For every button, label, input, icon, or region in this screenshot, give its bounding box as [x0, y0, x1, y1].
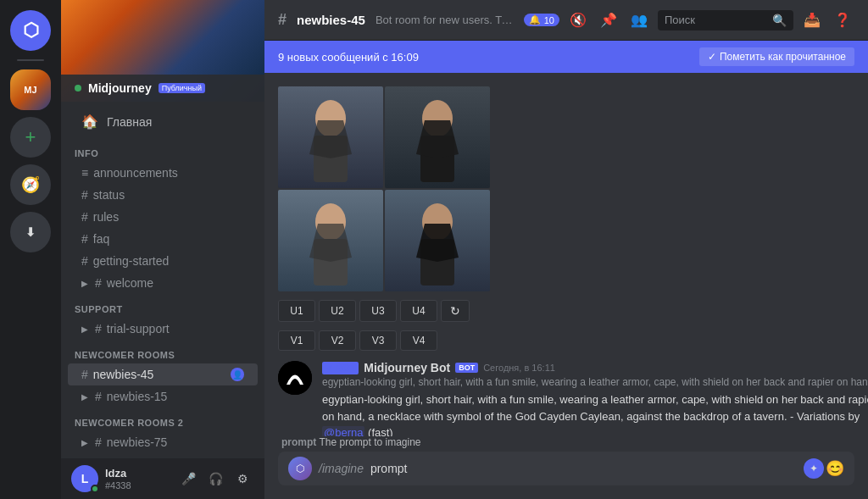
channel-header: # newbies-45 Bot room for new users. Typ…: [264, 0, 868, 41]
image-cell-2: [385, 86, 490, 188]
user-status-dot: [91, 485, 99, 493]
u3-button[interactable]: U3: [359, 300, 397, 322]
image-cell-1: [278, 86, 383, 188]
input-command: /imagine: [319, 462, 364, 475]
server-header[interactable]: Midjourney Публичный: [61, 0, 264, 102]
search-icon: 🔍: [772, 14, 787, 27]
download-icon[interactable]: ⬇: [10, 212, 51, 252]
mention-berna[interactable]: @berna: [322, 426, 364, 436]
channel-status[interactable]: # status: [68, 184, 258, 206]
channel-name: newbies-75: [107, 435, 168, 449]
settings-icon[interactable]: ⚙: [231, 467, 254, 491]
hash-icon: #: [95, 390, 102, 403]
message-header: ✓ BOT Midjourney Bot BOT Сегодня, в 16:1…: [322, 361, 868, 374]
hash-icon: #: [95, 435, 102, 449]
deafen-icon[interactable]: 🎧: [203, 467, 227, 491]
badge-count: 10: [544, 15, 554, 25]
channel-newbies-45[interactable]: # newbies-45 👤: [68, 363, 258, 385]
channel-newbies-15[interactable]: ▶ # newbies-15: [68, 385, 258, 408]
notif-text: 9 новых сообщений с 16:09: [278, 51, 419, 64]
section-newcomer-rooms-2: NEWCOMER ROOMS 2: [61, 408, 264, 431]
verified-badge: ✓ BOT: [322, 362, 359, 374]
server-badge: Публичный: [159, 83, 205, 93]
home-item[interactable]: 🏠 Главная: [68, 108, 258, 135]
v1-button[interactable]: V1: [278, 330, 315, 351]
username: ldza: [105, 467, 170, 480]
hash-icon: #: [81, 188, 88, 202]
message-input[interactable]: [370, 452, 797, 485]
channel-name: announcements: [93, 166, 178, 180]
channel-name: welcome: [107, 276, 153, 290]
mute-mic-icon[interactable]: 🎤: [176, 467, 200, 491]
v3-button[interactable]: V3: [359, 330, 397, 351]
message-author: Midjourney Bot: [364, 361, 450, 374]
footer-icons: 🎤 🎧 ⚙: [176, 467, 254, 491]
channel-faq[interactable]: # faq: [68, 228, 258, 250]
input-user-avatar: ⬡: [288, 457, 312, 480]
search-input[interactable]: [665, 14, 767, 26]
home-label: Главная: [107, 115, 152, 129]
section-info: INFO: [61, 138, 264, 162]
members-icon[interactable]: 👥: [627, 8, 651, 31]
bot-avatar: [278, 361, 312, 395]
channel-name: trial-support: [107, 322, 170, 335]
hash-icon: #: [81, 232, 88, 246]
help-icon[interactable]: ❓: [831, 8, 854, 31]
bot-badge: BOT: [455, 363, 478, 373]
hash-icon: #: [81, 254, 88, 268]
expand-icon: ▶: [81, 392, 88, 402]
expand-icon: ▶: [81, 279, 88, 288]
image-cell-3: [278, 190, 383, 291]
channel-trial-support[interactable]: ▶ # trial-support: [68, 318, 258, 340]
expand-icon: ▶: [81, 324, 88, 334]
home-icon: 🏠: [81, 114, 98, 130]
u2-button[interactable]: U2: [319, 300, 356, 322]
channel-newbies-75[interactable]: ▶ # newbies-75: [68, 431, 258, 453]
nitro-icon[interactable]: ✦: [804, 458, 824, 479]
channel-announcements[interactable]: ≡ announcements: [68, 162, 258, 184]
prompt-value: The prompt to imagine: [319, 436, 420, 448]
emoji-icon[interactable]: 😊: [826, 459, 844, 478]
input-box: ⬡ /imagine ✦ 😊: [278, 452, 854, 485]
hash-icon: ≡: [81, 166, 88, 180]
sidebar: Midjourney Публичный 🏠 Главная INFO ≡ an…: [61, 0, 264, 499]
mark-read-button[interactable]: ✓ Пометить как прочитанное: [699, 47, 854, 66]
section-support: SUPPORT: [61, 294, 264, 318]
mute-icon[interactable]: 🔇: [566, 8, 590, 31]
input-right-icons: ✦ 😊: [804, 458, 844, 479]
refresh-button[interactable]: ↻: [441, 300, 470, 322]
channel-name: newbies-45: [93, 368, 154, 381]
hash-icon: #: [81, 368, 88, 381]
inbox-icon[interactable]: 📥: [800, 8, 824, 31]
message-full-1: ✓ BOT Midjourney Bot BOT Сегодня, в 16:1…: [278, 361, 854, 436]
u1-button[interactable]: U1: [278, 300, 315, 322]
image-cell-4: [385, 190, 490, 291]
user-info: ldza #4338: [105, 467, 170, 491]
user-count-badge: 👤: [231, 368, 244, 381]
channel-rules[interactable]: # rules: [68, 206, 258, 228]
section-newcomer-rooms: NEWCOMER ROOMS: [61, 340, 264, 363]
pin-icon[interactable]: 📌: [597, 8, 620, 31]
hash-icon: #: [81, 210, 88, 224]
user-tag: #4338: [105, 480, 170, 491]
add-server-icon[interactable]: +: [10, 117, 51, 158]
channel-name: status: [93, 188, 125, 202]
members-icon: 🔔: [529, 14, 541, 25]
channel-header-desc: Bot room for new users. Type /imagine th…: [376, 14, 514, 26]
channel-name: rules: [93, 210, 119, 224]
v2-button[interactable]: V2: [319, 330, 356, 351]
input-emoji-area: ✦ 😊: [804, 458, 844, 479]
v4-button[interactable]: V4: [400, 330, 437, 351]
u4-button[interactable]: U4: [400, 300, 437, 322]
channel-name: newbies-15: [107, 390, 168, 403]
channel-getting-started[interactable]: # getting-started: [68, 250, 258, 272]
expand-icon: ▶: [81, 438, 88, 447]
discord-logo[interactable]: ⬡: [10, 10, 51, 51]
server-icon-midjourney[interactable]: MJ: [10, 69, 51, 110]
explore-icon[interactable]: 🧭: [10, 164, 51, 205]
member-count-badge: 🔔 10: [524, 14, 559, 26]
hash-icon: #: [95, 276, 102, 290]
message-text: egyptian-looking girl, short hair, with …: [322, 391, 868, 436]
channel-welcome[interactable]: ▶ # welcome: [68, 272, 258, 294]
action-buttons-row2: V1 V2 V3 V4: [278, 330, 854, 351]
